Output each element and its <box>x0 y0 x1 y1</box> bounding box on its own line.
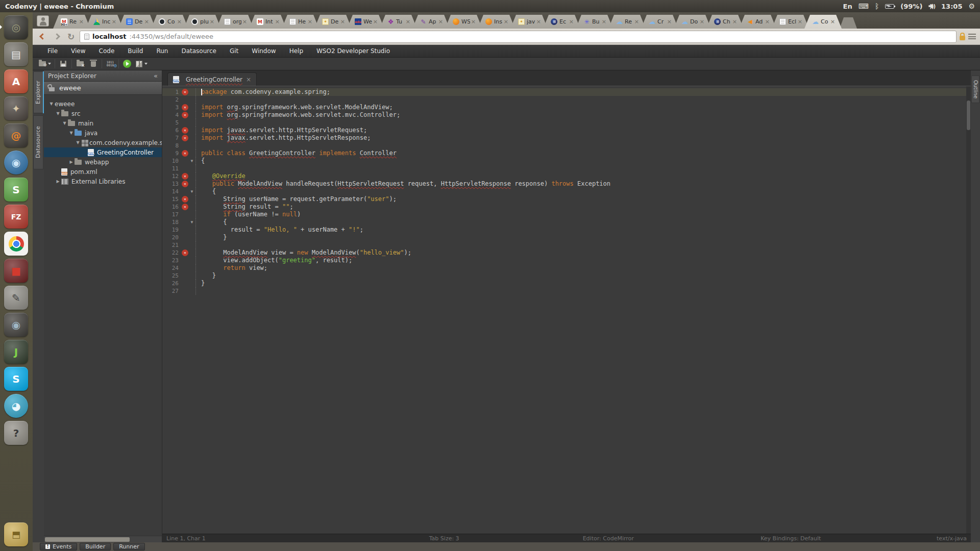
tab-close-icon[interactable]: × <box>830 18 835 25</box>
launcher-icon-pencil-app[interactable]: ✎ <box>4 286 28 310</box>
browser-tab-co[interactable]: ☁Co× <box>804 15 842 29</box>
launcher-icon-photo-app[interactable]: ✦ <box>4 96 28 120</box>
tree-item-src[interactable]: ▼src <box>44 109 162 118</box>
browser-tab-re[interactable]: ☁Re× <box>608 15 646 29</box>
tab-close-icon[interactable]: × <box>504 18 508 25</box>
tab-close-icon[interactable]: × <box>569 18 574 25</box>
menu-datasource[interactable]: Datasource <box>175 45 223 58</box>
code-line[interactable]: 6✕import javax.servlet.http.HttpServletR… <box>162 127 966 134</box>
tree-item-eweee[interactable]: ▼eweee <box>44 99 162 109</box>
tab-close-icon[interactable]: × <box>667 18 672 25</box>
browser-tab-do[interactable]: ☁Do× <box>674 15 711 29</box>
code-line[interactable]: 21 <box>162 241 966 249</box>
code-line[interactable]: 26} <box>162 280 966 287</box>
launcher-icon-filezilla[interactable]: FZ <box>4 205 28 229</box>
code-line[interactable]: 4✕import org.springframework.web.servlet… <box>162 111 966 119</box>
bluetooth-icon[interactable]: ᛒ <box>875 2 879 10</box>
browser-tab-ad[interactable]: ◀Ad× <box>739 15 776 29</box>
tab-close-icon[interactable]: × <box>732 18 737 25</box>
menu-build[interactable]: Build <box>121 45 150 58</box>
launcher-icon-media-app[interactable]: ◕ <box>4 394 28 418</box>
tab-close-icon[interactable]: × <box>438 18 443 25</box>
keyboard-icon[interactable]: ⌨ <box>859 2 869 10</box>
tab-close-icon[interactable]: × <box>275 18 280 25</box>
code-line[interactable]: 7✕import javax.servlet.http.HttpServletR… <box>162 134 966 142</box>
explorer-horizontal-scrollbar[interactable] <box>44 536 162 542</box>
launcher-icon-jdownloader[interactable]: J <box>4 340 28 364</box>
browser-menu-icon[interactable] <box>968 34 976 39</box>
code-line[interactable]: 11 <box>162 165 966 172</box>
tree-expand-icon[interactable]: ▶ <box>55 179 61 184</box>
tab-close-icon[interactable]: × <box>602 18 606 25</box>
lock-icon[interactable] <box>960 36 965 40</box>
tab-close-icon[interactable]: × <box>112 18 116 25</box>
forward-button[interactable] <box>51 31 62 42</box>
tree-item-com-codenvy-example-sp[interactable]: ▼com.codenvy.example.sp <box>44 138 162 147</box>
project-bar[interactable]: eweee <box>44 82 162 95</box>
browser-tab-ecl[interactable]: Ecl× <box>772 15 809 29</box>
browser-tab-re[interactable]: M90+Re× <box>53 15 90 29</box>
browser-tab-ws[interactable]: WS× <box>445 15 482 29</box>
code-line[interactable]: 16✕ String result = ""; <box>162 203 966 211</box>
menu-help[interactable]: Help <box>283 45 310 58</box>
profile-avatar-button[interactable] <box>37 15 49 27</box>
delete-button[interactable] <box>87 59 100 69</box>
launcher-icon-codenvy[interactable]: ◎ <box>4 15 28 39</box>
tab-close-icon[interactable]: × <box>765 18 770 25</box>
tree-expand-icon[interactable]: ▶ <box>68 160 75 164</box>
tab-close-icon[interactable]: × <box>177 18 182 25</box>
menu-git[interactable]: Git <box>223 45 245 58</box>
tab-close-icon[interactable]: × <box>406 18 410 25</box>
browser-tab-org[interactable]: org× <box>216 15 254 29</box>
session-gear-icon[interactable]: ⚙ <box>968 2 975 10</box>
generate-code-button[interactable]: 10110010⚙ <box>104 59 117 69</box>
tab-explorer[interactable]: Explorer <box>33 71 43 113</box>
tab-close-icon[interactable]: × <box>210 18 214 25</box>
menu-window[interactable]: Window <box>245 45 282 58</box>
tree-expand-icon[interactable]: ▼ <box>75 140 81 145</box>
tab-outline[interactable]: Outline <box>971 76 979 103</box>
launcher-icon-recorder[interactable]: ■ <box>4 259 28 283</box>
run-button[interactable] <box>120 59 134 69</box>
browser-tab-int[interactable]: MInt× <box>249 15 286 29</box>
tab-close-icon[interactable]: × <box>144 18 149 25</box>
editor-tab-greetingcontroller[interactable]: GreetingController × <box>167 72 257 86</box>
browser-tab-he[interactable]: He× <box>282 15 319 29</box>
browser-tab-de[interactable]: De× <box>118 15 156 29</box>
tab-close-icon[interactable]: × <box>242 18 247 25</box>
tree-item-external-libraries[interactable]: ▶External Libraries <box>44 177 162 186</box>
volume-icon[interactable]: ))) <box>928 4 935 9</box>
reload-button[interactable]: ↻ <box>65 31 77 42</box>
back-button[interactable] <box>37 31 48 42</box>
tree-expand-icon[interactable]: ▼ <box>48 102 55 106</box>
panel-tab-events[interactable]: !Events <box>40 543 77 550</box>
code-line[interactable]: 12✕ @Override <box>162 172 966 180</box>
code-line[interactable]: 2 <box>162 96 966 104</box>
tree-expand-icon[interactable]: ▼ <box>68 131 75 135</box>
code-line[interactable]: 5 <box>162 119 966 127</box>
code-line[interactable]: 22✕ ModelAndView view = new ModelAndView… <box>162 249 966 257</box>
launcher-icon-text-editor[interactable]: A <box>4 69 28 93</box>
browser-tab-ap[interactable]: ✎Ap× <box>412 15 450 29</box>
fold-arrow-icon[interactable]: ▼ <box>188 189 195 194</box>
tree-expand-icon[interactable]: ▼ <box>61 121 68 126</box>
code-line[interactable]: 18▼ { <box>162 218 966 226</box>
launcher-icon-lens-app[interactable]: ◉ <box>4 151 28 174</box>
launcher-icon-notes-app[interactable]: S <box>4 178 28 202</box>
browser-tab-de[interactable]: ✦De× <box>314 15 352 29</box>
tree-item-pom-xml[interactable]: pom.xml <box>44 167 162 177</box>
menu-file[interactable]: File <box>41 45 64 58</box>
panel-tab-runner[interactable]: Runner <box>113 543 144 550</box>
browser-tab-bu[interactable]: ✳Bu× <box>576 15 613 29</box>
launcher-icon-spiral-app[interactable]: @ <box>4 123 28 147</box>
close-tab-icon[interactable]: × <box>246 76 251 83</box>
tab-close-icon[interactable]: × <box>340 18 345 25</box>
browser-tab-ec[interactable]: ≡Ec× <box>543 15 580 29</box>
launcher-icon-chromium[interactable] <box>4 232 28 256</box>
code-line[interactable]: 8 <box>162 142 966 149</box>
code-line[interactable]: 1✕package com.codenvy.example.spring; <box>162 88 966 96</box>
tab-close-icon[interactable]: × <box>79 18 84 25</box>
panel-tab-builder[interactable]: Builder <box>80 543 111 550</box>
tab-close-icon[interactable]: × <box>373 18 378 25</box>
launcher-icon-workspaces[interactable]: ⬒ <box>4 522 28 546</box>
